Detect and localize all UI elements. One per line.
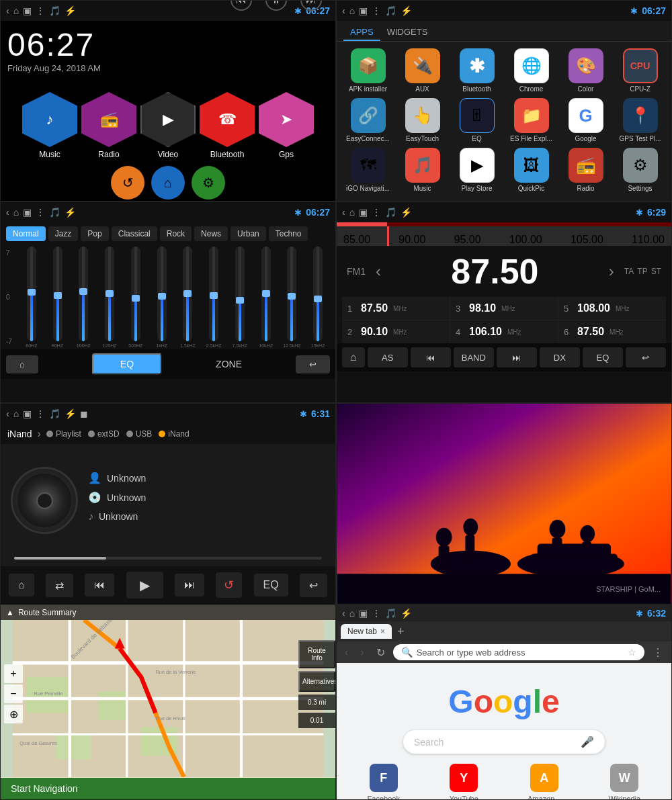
eq-slider-10khz[interactable]: 10kHZ — [254, 247, 278, 348]
radio-band-btn[interactable]: BAND — [454, 347, 494, 367]
chrome-forward-btn[interactable]: › — [356, 645, 368, 660]
zoom-out-btn[interactable]: − — [4, 684, 23, 703]
music-next-btn[interactable]: ⏭ — [175, 574, 204, 596]
chrome-address-bar[interactable]: 🔍 Search or type web address ☆ — [393, 644, 644, 660]
eq-mode-pop[interactable]: Pop — [81, 226, 108, 241]
home-icon[interactable]: ⌂ — [13, 5, 19, 16]
music-back-btn[interactable]: ↩ — [300, 574, 327, 597]
menu-icon-5[interactable]: ⋮ — [36, 408, 45, 419]
recents-icon[interactable]: ▣ — [23, 5, 32, 16]
app-radio[interactable]: 📻 Radio — [561, 148, 610, 192]
recents-icon-2[interactable]: ▣ — [359, 5, 368, 16]
menu-icon-4[interactable]: ⋮ — [372, 207, 381, 218]
preset-4[interactable]: 4 106.10 MHz — [450, 320, 558, 343]
tab-widgets[interactable]: WIDGETS — [380, 24, 435, 41]
usb-icon-4[interactable]: ⚡ — [401, 207, 412, 218]
video-panel[interactable]: STARSHIP | GoM... — [336, 403, 672, 605]
music-shuffle-btn[interactable]: ⇄ — [46, 574, 73, 597]
music-home-btn[interactable]: ⌂ — [9, 574, 34, 596]
google-search-bar[interactable]: Search 🎤 — [403, 730, 605, 754]
app-settings[interactable]: ⚙ Settings — [616, 148, 665, 192]
music-tab-playlist[interactable]: Playlist — [46, 429, 81, 439]
recents-icon-4[interactable]: ▣ — [359, 207, 368, 218]
shortcut-youtube[interactable]: Y YouTube — [427, 764, 501, 800]
next-track-btn[interactable]: ⏭ — [300, 0, 322, 11]
radio-app-icon[interactable]: 📻 Radio — [81, 92, 136, 159]
eq-slider-120hz[interactable]: 120HZ — [97, 247, 122, 348]
app-music[interactable]: 🎵 Music — [398, 148, 447, 192]
app-easy-connect[interactable]: 🔗 EasyConnec... — [343, 98, 392, 142]
chrome-menu-btn[interactable]: ⋮ — [648, 645, 667, 660]
app-play-store[interactable]: ▶ Play Store — [452, 148, 501, 192]
new-tab-btn[interactable]: + — [397, 625, 405, 639]
back-icon-5[interactable]: ‹ — [6, 408, 9, 419]
zoom-in-btn[interactable]: + — [4, 664, 23, 683]
media-icon-8[interactable]: 🎵 — [385, 608, 396, 619]
recents-icon-3[interactable]: ▣ — [23, 207, 32, 218]
back-icon-4[interactable]: ‹ — [342, 207, 345, 218]
eq-mode-urban[interactable]: Urban — [230, 226, 266, 241]
media-icon-2[interactable]: 🎵 — [385, 5, 396, 16]
pause-btn[interactable]: ⏸ — [265, 0, 287, 11]
voice-search-btn[interactable]: 🎤 — [581, 736, 594, 748]
radio-next-btn[interactable]: › — [609, 262, 614, 281]
eq-mode-jazz[interactable]: Jazz — [48, 226, 79, 241]
usb-icon-2[interactable]: ⚡ — [401, 5, 412, 16]
eq-mode-classical[interactable]: Classical — [112, 226, 157, 241]
eq-slider-1khz[interactable]: 1kHZ — [150, 247, 174, 348]
radio-dx-btn[interactable]: DX — [540, 347, 580, 367]
eq-slider-1-5khz[interactable]: 1.5kHZ — [176, 247, 200, 348]
usb-icon-8[interactable]: ⚡ — [401, 608, 412, 619]
app-bluetooth[interactable]: ✱ Bluetooth — [452, 48, 501, 93]
app-quickpic[interactable]: 🖼 QuickPic — [507, 148, 556, 192]
app-eq[interactable]: 🎚 EQ — [452, 98, 501, 142]
alternatives-btn[interactable]: Alternatives — [298, 671, 335, 692]
music-tab-inand[interactable]: iNand — [159, 429, 189, 439]
eq-mode-techno[interactable]: Techno — [269, 226, 308, 241]
music-app-icon[interactable]: ♪ Music — [22, 92, 77, 159]
chrome-reload-btn[interactable]: ↻ — [372, 645, 389, 660]
radio-prev-btn2[interactable]: ⏮ — [411, 347, 451, 367]
back-icon-3[interactable]: ‹ — [6, 207, 9, 218]
preset-2[interactable]: 2 90.10 MHz — [342, 320, 450, 343]
app-es-file[interactable]: 📁 ES File Expl... — [507, 98, 556, 142]
back-icon-8[interactable]: ‹ — [342, 608, 345, 619]
media-icon-3[interactable]: 🎵 — [49, 207, 60, 218]
music-play-btn[interactable]: ▶ — [126, 572, 163, 598]
recents-icon-5[interactable]: ▣ — [23, 408, 32, 419]
menu-icon[interactable]: ⋮ — [36, 5, 45, 16]
refresh-btn[interactable]: ↺ — [111, 166, 144, 199]
recents-icon-8[interactable]: ▣ — [359, 608, 368, 619]
usb-icon-3[interactable]: ⚡ — [65, 207, 76, 218]
shortcut-amazon[interactable]: A Amazon... — [507, 764, 581, 800]
settings-btn[interactable]: ⚙ — [192, 166, 225, 199]
usb-icon-5[interactable]: ⚡ — [65, 408, 76, 419]
route-info-btn[interactable]: Route Info — [298, 640, 335, 668]
home-icon-3[interactable]: ⌂ — [13, 207, 19, 218]
media-icon-4[interactable]: 🎵 — [385, 207, 396, 218]
eq-slider-7-5khz[interactable]: 7.5kHZ — [228, 247, 252, 348]
home-icon-2[interactable]: ⌂ — [349, 5, 355, 16]
app-cpu-z[interactable]: CPU CPU-Z — [616, 48, 665, 93]
home-icon-5[interactable]: ⌂ — [13, 408, 19, 419]
app-gps-test[interactable]: 📍 GPS Test Pl... — [616, 98, 665, 142]
preset-3[interactable]: 3 98.10 MHz — [450, 297, 558, 320]
preset-1[interactable]: 1 87.50 MHz — [342, 297, 450, 320]
back-icon[interactable]: ‹ — [6, 5, 9, 16]
eq-mode-rock[interactable]: Rock — [160, 226, 192, 241]
eq-slider-80hz[interactable]: 80HZ — [46, 247, 70, 348]
app-easy-touch[interactable]: 👆 EasyTouch — [398, 98, 447, 142]
home-nav-btn[interactable]: ⌂ — [151, 166, 185, 199]
eq-eq-btn[interactable]: EQ — [92, 353, 162, 375]
eq-mode-normal[interactable]: Normal — [6, 226, 46, 241]
chrome-back-btn[interactable]: ‹ — [341, 645, 352, 660]
music-source-arrow[interactable]: › — [38, 428, 41, 440]
bluetooth-app-icon[interactable]: ☎ Bluetooth — [200, 92, 255, 159]
preset-6[interactable]: 6 87.50 MHz — [558, 320, 666, 343]
eq-mode-news[interactable]: News — [194, 226, 228, 241]
eq-home-btn[interactable]: ⌂ — [6, 355, 38, 373]
music-repeat-btn[interactable]: ↺ — [216, 572, 242, 598]
eq-back-btn[interactable]: ↩ — [296, 355, 330, 373]
eq-slider-2-5khz[interactable]: 2.5kHZ — [202, 247, 226, 348]
radio-eq-btn[interactable]: EQ — [583, 347, 623, 367]
